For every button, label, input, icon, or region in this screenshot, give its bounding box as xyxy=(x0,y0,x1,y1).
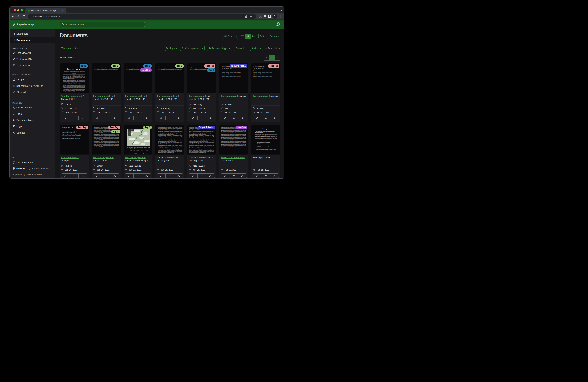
svg-text:Legend: Legend xyxy=(128,132,130,132)
svg-text:— Day 2: — Day 2 xyxy=(128,133,130,134)
svg-text:— Day 1: — Day 1 xyxy=(128,132,130,133)
svg-text:— Day 3: — Day 3 xyxy=(128,134,130,135)
svg-text:— Day 4: — Day 4 xyxy=(128,135,130,135)
svg-text:Google Earth: Google Earth xyxy=(128,144,133,145)
svg-text:— Day 5: — Day 5 xyxy=(128,135,130,136)
svg-text:Boundary Waters Trip: Boundary Waters Trip xyxy=(128,129,135,130)
